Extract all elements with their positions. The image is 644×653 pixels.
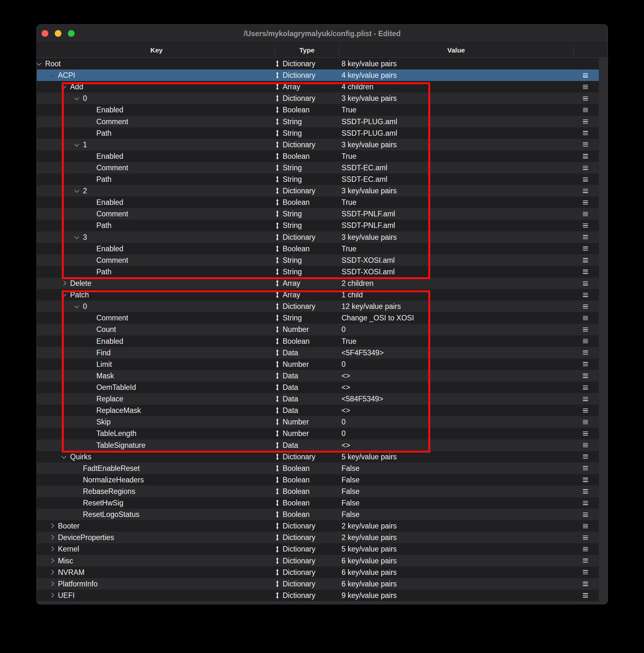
- chevron-right-icon[interactable]: [49, 593, 54, 598]
- row-menu-icon[interactable]: [583, 154, 588, 158]
- row-type-value[interactable]: String: [283, 266, 302, 277]
- table-row[interactable]: DevicePropertiesDictionary2 key/value pa…: [37, 532, 599, 543]
- type-stepper-icon[interactable]: [276, 303, 279, 310]
- table-row[interactable]: 3Dictionary3 key/value pairs: [37, 232, 599, 243]
- table-row[interactable]: RootDictionary8 key/value pairs: [37, 58, 599, 70]
- row-value[interactable]: 5 key/value pairs: [341, 451, 397, 462]
- row-value[interactable]: 3 key/value pairs: [341, 232, 397, 243]
- column-separator[interactable]: [573, 45, 574, 55]
- type-stepper-icon[interactable]: [276, 326, 279, 333]
- row-value[interactable]: 4 key/value pairs: [341, 70, 397, 81]
- table-row[interactable]: BooterDictionary2 key/value pairs: [37, 520, 599, 532]
- row-type-value[interactable]: Dictionary: [283, 543, 315, 555]
- table-row[interactable]: UEFIDictionary9 key/value pairs: [37, 589, 599, 601]
- type-stepper-icon[interactable]: [276, 245, 279, 252]
- table-row[interactable]: CommentStringSSDT-PLUG.aml: [37, 116, 599, 127]
- type-stepper-icon[interactable]: [276, 418, 279, 426]
- row-menu-icon[interactable]: [583, 119, 588, 124]
- row-menu-icon[interactable]: [583, 269, 588, 274]
- row-type-value[interactable]: Data: [283, 370, 298, 382]
- chevron-down-icon[interactable]: [37, 61, 41, 66]
- type-stepper-icon[interactable]: [276, 280, 279, 287]
- row-menu-icon[interactable]: [583, 235, 588, 239]
- row-menu-icon[interactable]: [583, 212, 588, 216]
- row-value[interactable]: SSDT-EC.aml: [341, 173, 387, 185]
- row-value[interactable]: 2 key/value pairs: [341, 520, 397, 532]
- row-value[interactable]: 0: [341, 416, 346, 428]
- zoom-button[interactable]: [68, 30, 75, 37]
- row-type-value[interactable]: String: [283, 127, 302, 139]
- type-stepper-icon[interactable]: [276, 60, 279, 67]
- row-value[interactable]: <>: [341, 405, 350, 416]
- row-type-value[interactable]: Data: [283, 393, 298, 405]
- row-type-value[interactable]: Array: [283, 81, 300, 93]
- row-type-value[interactable]: Boolean: [283, 243, 310, 255]
- type-stepper-icon[interactable]: [276, 546, 279, 553]
- row-type-value[interactable]: Dictionary: [283, 58, 315, 70]
- type-stepper-icon[interactable]: [276, 557, 279, 564]
- row-type-value[interactable]: Data: [283, 347, 298, 359]
- type-stepper-icon[interactable]: [276, 95, 279, 102]
- close-button[interactable]: [42, 30, 48, 37]
- row-value[interactable]: 0: [341, 359, 346, 370]
- row-type-value[interactable]: Number: [283, 428, 309, 439]
- type-stepper-icon[interactable]: [276, 465, 279, 472]
- chevron-down-icon[interactable]: [62, 292, 67, 297]
- row-value[interactable]: Change _OSI to XOSI: [341, 312, 414, 323]
- row-menu-icon[interactable]: [583, 328, 588, 332]
- row-value[interactable]: <5F4F5349>: [341, 347, 384, 359]
- row-value[interactable]: 3 key/value pairs: [341, 93, 397, 104]
- column-header-value[interactable]: Value: [448, 43, 465, 57]
- table-row[interactable]: PlatformInfoDictionary6 key/value pairs: [37, 578, 599, 589]
- type-stepper-icon[interactable]: [276, 430, 279, 437]
- row-menu-icon[interactable]: [583, 200, 588, 204]
- type-stepper-icon[interactable]: [276, 488, 279, 495]
- row-type-value[interactable]: Array: [283, 277, 300, 289]
- row-menu-icon[interactable]: [583, 524, 588, 528]
- table-row[interactable]: PatchArray1 child: [37, 289, 599, 300]
- type-stepper-icon[interactable]: [276, 476, 279, 483]
- column-header-type[interactable]: Type: [299, 43, 314, 57]
- row-value[interactable]: <584F5349>: [341, 393, 383, 405]
- chevron-down-icon[interactable]: [74, 304, 79, 309]
- row-menu-icon[interactable]: [583, 385, 588, 390]
- row-type-value[interactable]: String: [283, 208, 302, 220]
- table-row[interactable]: PathStringSSDT-PLUG.aml: [37, 127, 599, 139]
- type-stepper-icon[interactable]: [276, 72, 279, 79]
- chevron-right-icon[interactable]: [62, 281, 67, 286]
- row-menu-icon[interactable]: [583, 189, 588, 193]
- table-row[interactable]: AddArray4 children: [37, 81, 599, 93]
- type-stepper-icon[interactable]: [276, 511, 279, 518]
- minimize-button[interactable]: [55, 30, 62, 37]
- type-stepper-icon[interactable]: [276, 384, 279, 391]
- row-value[interactable]: False: [341, 462, 359, 474]
- table-row[interactable]: ReplaceData<584F5349>: [37, 393, 599, 405]
- row-menu-icon[interactable]: [583, 258, 588, 262]
- table-row[interactable]: SkipNumber0: [37, 416, 599, 428]
- row-type-value[interactable]: String: [283, 173, 302, 185]
- row-menu-icon[interactable]: [583, 466, 588, 470]
- row-type-value[interactable]: Boolean: [283, 150, 310, 162]
- row-value[interactable]: 6 key/value pairs: [341, 555, 397, 566]
- row-value[interactable]: 3 key/value pairs: [341, 185, 397, 196]
- type-stepper-icon[interactable]: [276, 222, 279, 229]
- row-value[interactable]: True: [341, 104, 356, 116]
- table-row[interactable]: EnabledBooleanTrue: [37, 336, 599, 347]
- table-row[interactable]: 2Dictionary3 key/value pairs: [37, 185, 599, 196]
- table-row[interactable]: CountNumber0: [37, 323, 599, 335]
- row-value[interactable]: 6 key/value pairs: [341, 566, 397, 578]
- type-stepper-icon[interactable]: [276, 187, 279, 194]
- chevron-down-icon[interactable]: [74, 142, 79, 147]
- row-type-value[interactable]: String: [283, 312, 302, 323]
- row-value[interactable]: <>: [341, 439, 350, 451]
- row-value[interactable]: False: [341, 486, 359, 497]
- type-stepper-icon[interactable]: [276, 130, 279, 137]
- type-stepper-icon[interactable]: [276, 395, 279, 402]
- type-stepper-icon[interactable]: [276, 234, 279, 241]
- chevron-right-icon[interactable]: [49, 581, 54, 586]
- row-type-value[interactable]: Dictionary: [283, 566, 315, 578]
- type-stepper-icon[interactable]: [276, 176, 279, 183]
- type-stepper-icon[interactable]: [276, 257, 279, 264]
- chevron-down-icon[interactable]: [74, 234, 79, 239]
- row-value[interactable]: True: [341, 336, 356, 347]
